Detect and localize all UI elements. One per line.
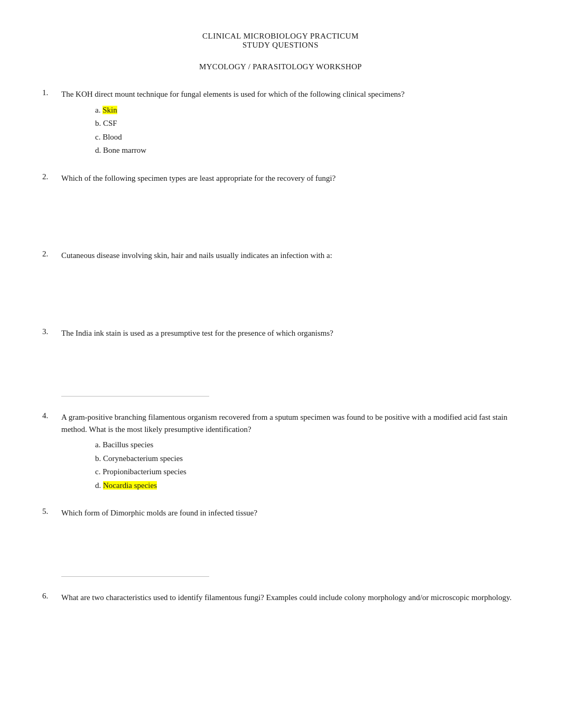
question-block: 2.Which of the following specimen types … — [42, 172, 519, 235]
question-row: 2.Which of the following specimen types … — [42, 172, 519, 185]
option-text: CSF — [103, 119, 117, 127]
option-text: Blood — [102, 133, 122, 141]
option-label: b. — [95, 119, 103, 127]
option-item: b. CSF — [95, 117, 519, 131]
question-text: Cutaneous disease involving skin, hair a… — [61, 250, 519, 262]
option-text: Nocardia species — [103, 481, 157, 490]
question-block: 4.A gram-positive branching filamentous … — [42, 411, 519, 492]
option-item: c. Propionibacterium species — [95, 465, 519, 479]
question-number: 2. — [42, 172, 61, 181]
question-row: 4.A gram-positive branching filamentous … — [42, 411, 519, 435]
options-list: a. Bacillus speciesb. Corynebacterium sp… — [95, 438, 519, 492]
question-row: 1.The KOH direct mount technique for fun… — [42, 88, 519, 100]
title-line1: CLINICAL MICROBIOLOGY PRACTICUM — [42, 32, 519, 41]
option-label: c. — [95, 467, 102, 476]
option-item: b. Corynebacterium species — [95, 452, 519, 466]
questions-container: 1.The KOH direct mount technique for fun… — [42, 88, 519, 603]
option-label: c. — [95, 133, 102, 141]
question-block: 2.Cutaneous disease involving skin, hair… — [42, 250, 519, 312]
question-number: 6. — [42, 592, 61, 601]
option-item: d. Nocardia species — [95, 479, 519, 493]
option-label: b. — [95, 454, 103, 463]
options-list: a. Skinb. CSFc. Bloodd. Bone marrow — [95, 104, 519, 158]
answer-space — [42, 187, 519, 235]
option-item: c. Blood — [95, 131, 519, 144]
question-text: The India ink stain is used as a presump… — [61, 327, 519, 339]
option-item: d. Bone marrow — [95, 144, 519, 158]
option-label: d. — [95, 481, 103, 490]
question-row: 5.Which form of Dimorphic molds are foun… — [42, 507, 519, 519]
option-item: a. Bacillus species — [95, 438, 519, 452]
subtitle: MYCOLOGY / PARASITOLOGY WORKSHOP — [42, 62, 519, 71]
option-text: Bone marrow — [103, 146, 146, 154]
question-text: What are two characteristics used to ide… — [61, 592, 519, 604]
subtitle-text: MYCOLOGY / PARASITOLOGY WORKSHOP — [42, 62, 519, 71]
question-block: 5.Which form of Dimorphic molds are foun… — [42, 507, 519, 577]
question-text: The KOH direct mount technique for funga… — [61, 88, 519, 100]
answer-space — [42, 522, 519, 570]
question-number: 2. — [42, 250, 61, 259]
question-row: 6.What are two characteristics used to i… — [42, 592, 519, 604]
question-block: 1.The KOH direct mount technique for fun… — [42, 88, 519, 158]
divider-line — [61, 576, 209, 577]
option-label: a. — [95, 106, 102, 114]
question-number: 4. — [42, 411, 61, 420]
answer-space — [42, 265, 519, 312]
question-row: 3.The India ink stain is used as a presu… — [42, 327, 519, 339]
question-block: 6.What are two characteristics used to i… — [42, 592, 519, 604]
question-text: A gram-positive branching filamentous or… — [61, 411, 519, 435]
question-number: 5. — [42, 507, 61, 516]
option-item: a. Skin — [95, 104, 519, 117]
question-block: 3.The India ink stain is used as a presu… — [42, 327, 519, 397]
option-label: d. — [95, 146, 103, 154]
title-line2: STUDY QUESTIONS — [42, 41, 519, 50]
question-number: 1. — [42, 88, 61, 97]
option-label: a. — [95, 440, 102, 449]
page-title: CLINICAL MICROBIOLOGY PRACTICUM STUDY QU… — [42, 32, 519, 50]
answer-space — [42, 342, 519, 390]
option-text: Corynebacterium species — [103, 454, 183, 463]
option-text: Propionibacterium species — [102, 467, 186, 476]
option-text: Skin — [102, 106, 117, 114]
question-number: 3. — [42, 327, 61, 336]
divider-line — [61, 396, 209, 397]
question-text: Which of the following specimen types ar… — [61, 172, 519, 185]
question-row: 2.Cutaneous disease involving skin, hair… — [42, 250, 519, 262]
option-text: Bacillus species — [102, 440, 153, 449]
question-text: Which form of Dimorphic molds are found … — [61, 507, 519, 519]
